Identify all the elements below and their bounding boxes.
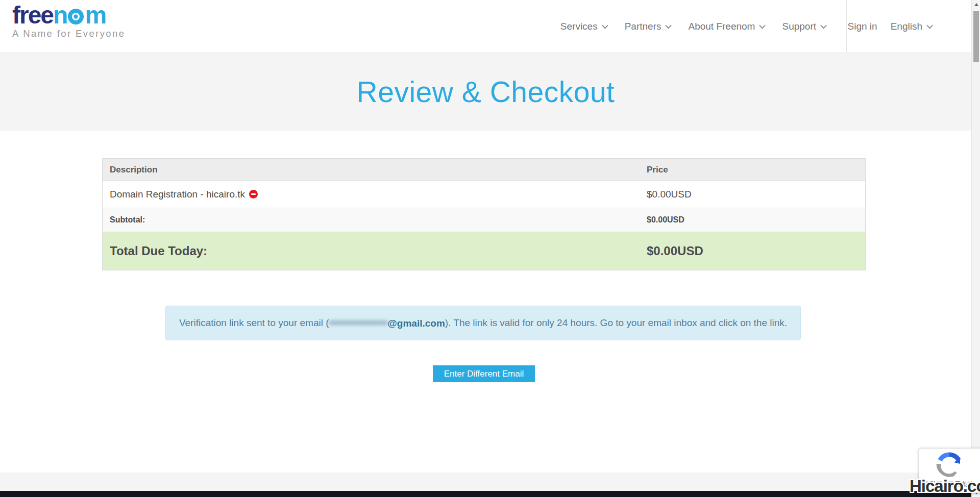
chevron-down-icon (820, 22, 827, 29)
total-due-label: Total Due Today: (103, 244, 647, 258)
chevron-down-icon (602, 22, 608, 29)
logo-tagline: A Name for Everyone (12, 29, 125, 39)
redacted-email-username: xxxxxxxxxxxx (329, 318, 388, 328)
logo-target-o-icon (68, 9, 84, 24)
order-item-description: Domain Registration - hicairo.tk (103, 189, 647, 200)
scroll-up-button[interactable] (972, 0, 980, 9)
order-item-label: Domain Registration - hicairo.tk (110, 189, 245, 200)
scrollbar-thumb[interactable] (973, 11, 979, 62)
subtotal-row: Subtotal: $0.00USD (103, 208, 865, 232)
sign-in-link[interactable]: Sign in (848, 21, 877, 32)
logo-text-n: n (53, 2, 67, 29)
subtotal-value: $0.00USD (647, 215, 865, 225)
nav-about-label: About Freenom (688, 21, 755, 32)
email-domain: @gmail.com (387, 318, 445, 329)
enter-different-email-button[interactable]: Enter Different Email (433, 365, 535, 382)
nav-about-freenom[interactable]: About Freenom (688, 21, 765, 32)
header-divider (846, 0, 847, 53)
price-column-header: Price (647, 165, 865, 175)
total-due-row: Total Due Today: $0.00USD (103, 232, 865, 270)
email-verification-notice: Verification link sent to your email (xx… (165, 306, 801, 340)
nav-partners[interactable]: Partners (625, 21, 671, 32)
nav-partners-label: Partners (625, 21, 662, 32)
notice-text-prefix: Verification link sent to your email ( (179, 317, 329, 329)
hicairo-watermark: Hicairo.com (910, 477, 980, 496)
chevron-down-icon (926, 22, 933, 29)
chevron-down-icon (760, 22, 766, 29)
nav-support[interactable]: Support (782, 21, 826, 32)
logo-text-m: m (85, 2, 106, 29)
order-item-price: $0.00USD (647, 189, 865, 200)
freenom-checkout-page: freenm A Name for Everyone Services Part… (0, 0, 980, 497)
nav-support-label: Support (782, 21, 816, 32)
freenom-logo[interactable]: freenm A Name for Everyone (12, 3, 125, 39)
language-selector[interactable]: English (891, 21, 932, 32)
nav-services-label: Services (560, 21, 598, 32)
notice-text-suffix: ). The link is valid for only 24 hours. … (445, 317, 787, 329)
scroll-up-icon (974, 3, 978, 6)
order-summary-table: Description Price Domain Registration - … (102, 158, 866, 270)
subtotal-label: Subtotal: (103, 215, 647, 225)
chevron-down-icon (666, 22, 672, 29)
footer-dark-bar (0, 491, 971, 497)
nav-services[interactable]: Services (560, 21, 607, 32)
language-label: English (891, 21, 922, 32)
site-header: freenm A Name for Everyone Services Part… (0, 0, 971, 53)
title-band: Review & Checkout (0, 53, 971, 131)
logo-text-free: free (12, 2, 53, 29)
main-nav: Services Partners About Freenom Support (560, 0, 826, 53)
page-title: Review & Checkout (357, 75, 615, 109)
account-nav: Sign in English (848, 0, 932, 53)
vertical-scrollbar[interactable] (971, 0, 980, 497)
freenom-logo-wordmark: freenm (12, 3, 125, 28)
description-column-header: Description (103, 165, 647, 175)
total-due-value: $0.00USD (647, 244, 865, 258)
remove-domain-icon[interactable] (249, 190, 258, 198)
table-row: Domain Registration - hicairo.tk $0.00US… (103, 181, 865, 208)
sign-in-label: Sign in (848, 21, 877, 32)
recaptcha-logo-icon (935, 451, 964, 480)
table-header-row: Description Price (103, 159, 865, 181)
